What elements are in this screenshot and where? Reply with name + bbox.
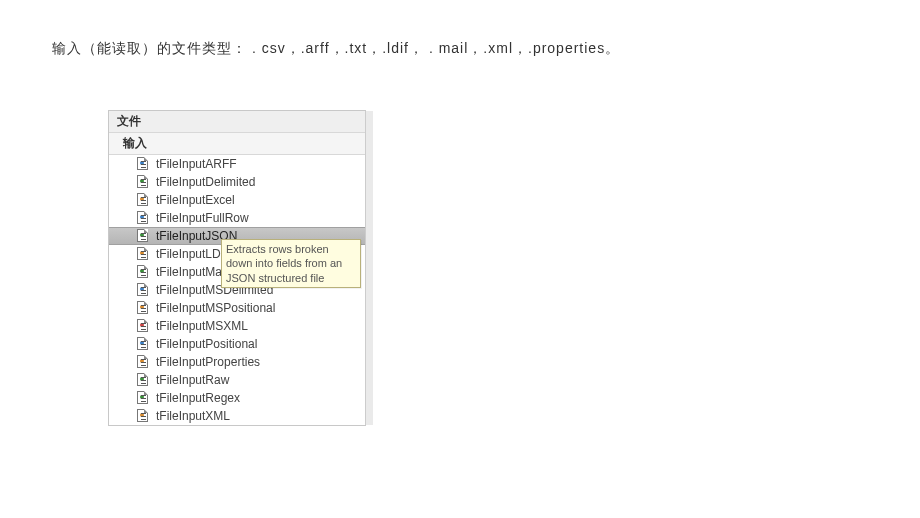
file-icon: [137, 265, 153, 279]
file-icon: [137, 373, 153, 387]
tree-item[interactable]: tFileInputRaw: [109, 371, 365, 389]
file-icon: [137, 319, 153, 333]
file-icon: [137, 229, 153, 243]
item-tooltip: Extracts rows broken down into fields fr…: [221, 239, 361, 288]
tree-item[interactable]: tFileInputProperties: [109, 353, 365, 371]
tree-item[interactable]: tFileInputRegex: [109, 389, 365, 407]
file-icon: [137, 193, 153, 207]
file-icon: [137, 391, 153, 405]
tree-item-label: tFileInputDelimited: [156, 175, 255, 189]
tree-item-label: tFileInputProperties: [156, 355, 260, 369]
tree-subcategory-header[interactable]: 输入: [109, 133, 365, 155]
file-icon: [137, 301, 153, 315]
file-icon: [137, 337, 153, 351]
palette-panel: 文件 输入 tFileInputARFFtFileInputDelimitedt…: [108, 110, 366, 426]
file-icon: [137, 157, 153, 171]
tree-item[interactable]: tFileInputXML: [109, 407, 365, 425]
tree-category-header[interactable]: 文件: [109, 111, 365, 133]
file-icon: [137, 175, 153, 189]
scrollbar[interactable]: [365, 111, 373, 425]
tree-item-label: tFileInputXML: [156, 409, 230, 423]
tree-item[interactable]: tFileInputMSXML: [109, 317, 365, 335]
file-icon: [137, 409, 153, 423]
file-icon: [137, 283, 153, 297]
tree-item-label: tFileInputExcel: [156, 193, 235, 207]
tree-item-label: tFileInputFullRow: [156, 211, 249, 225]
tree-item-label: tFileInputARFF: [156, 157, 237, 171]
page-description: 输入（能读取）的文件类型： . csv，.arff，.txt，.ldif， . …: [52, 40, 620, 58]
tree-list: tFileInputARFFtFileInputDelimitedtFileIn…: [109, 155, 365, 425]
file-icon: [137, 355, 153, 369]
tree-item[interactable]: tFileInputPositional: [109, 335, 365, 353]
tree-item[interactable]: tFileInputARFF: [109, 155, 365, 173]
file-icon: [137, 211, 153, 225]
tree-item-label: tFileInputMail: [156, 265, 227, 279]
tree-item-label: tFileInputMSPositional: [156, 301, 275, 315]
tree-item-label: tFileInputMSXML: [156, 319, 248, 333]
tree-item[interactable]: tFileInputMSPositional: [109, 299, 365, 317]
tree-item-label: tFileInputRaw: [156, 373, 229, 387]
tree-item-label: tFileInputPositional: [156, 337, 257, 351]
tree-item[interactable]: tFileInputExcel: [109, 191, 365, 209]
tree-item-label: tFileInputRegex: [156, 391, 240, 405]
tree-item[interactable]: tFileInputDelimited: [109, 173, 365, 191]
tree-item[interactable]: tFileInputFullRow: [109, 209, 365, 227]
file-icon: [137, 247, 153, 261]
